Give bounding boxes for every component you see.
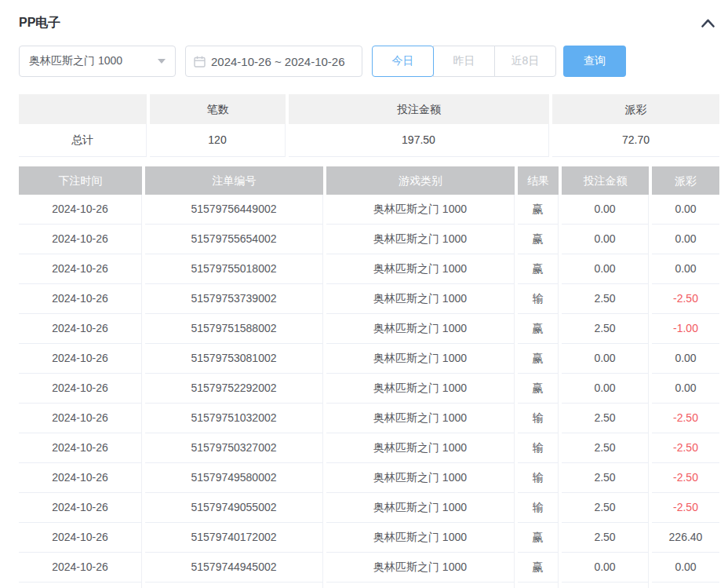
cell-result: 赢: [518, 374, 559, 404]
cell-bet-amount: 0.00: [562, 344, 649, 374]
cell-game-type: 奥林匹斯之门 1000: [326, 374, 515, 404]
cell-result: [518, 583, 559, 588]
cell-bet-amount: 2.50: [562, 284, 649, 314]
cell-payout: -1.00: [652, 314, 719, 344]
cell-bet-amount: 0.00: [562, 254, 649, 284]
cell-payout: 0.00: [652, 553, 719, 583]
cell-bet-amount: 0.00: [562, 225, 649, 254]
cell-game-type: 奥林匹斯之门 1000: [326, 553, 515, 583]
col-header-order-id: 注单编号: [145, 166, 323, 195]
cell-bet-time: 2024-10-26: [19, 314, 142, 344]
table-row: 2024-10-26 51579749580002 奥林匹斯之门 1000 输 …: [19, 463, 719, 493]
date-range-picker[interactable]: 2024-10-26 ~ 2024-10-26: [185, 46, 362, 77]
cell-order-id: 51579749055002: [145, 493, 323, 523]
cell-bet-time: 2024-10-26: [19, 433, 142, 463]
cell-result: 输: [518, 284, 559, 314]
cell-bet-time: 2024-10-26: [19, 195, 142, 225]
cell-order-id: 51579755654002: [145, 225, 323, 254]
cell-order-id: 51579752292002: [145, 374, 323, 404]
cell-bet-amount: 0.00: [562, 374, 649, 404]
cell-payout: 0.00: [652, 374, 719, 404]
table-row: 2024-10-26 51579750327002 奥林匹斯之门 1000 输 …: [19, 433, 719, 463]
cell-bet-time: 2024-10-26: [19, 523, 142, 553]
table-row: 2024-10-26 51579753081002 奥林匹斯之门 1000 赢 …: [19, 344, 719, 374]
col-header-result: 结果: [518, 166, 559, 195]
table-row: 2024-10-26 51579755654002 奥林匹斯之门 1000 赢 …: [19, 225, 719, 254]
cell-order-id: 51579751032002: [145, 404, 323, 433]
cell-result: 赢: [518, 195, 559, 225]
cell-result: 输: [518, 493, 559, 523]
cell-payout: -2.50: [652, 404, 719, 433]
table-row: 2024-10-26 51579755018002 奥林匹斯之门 1000 赢 …: [19, 254, 719, 284]
cell-bet-amount: 0.00: [562, 195, 649, 225]
filter-toolbar: 奥林匹斯之门 1000 2024-10-26 ~ 2024-10-26 今日 昨…: [19, 46, 719, 77]
quick-filter-today[interactable]: 今日: [372, 46, 434, 77]
calendar-icon: [194, 56, 206, 68]
cell-order-id: 51579751588002: [145, 314, 323, 344]
summary-total-bet-amount: 197.50: [289, 124, 549, 157]
records-header-row: 下注时间 注单编号 游戏类别 结果 投注金额 派彩: [19, 166, 719, 195]
cell-game-type: 奥林匹斯之门 1000: [326, 433, 515, 463]
quick-filter-last8days[interactable]: 近8日: [494, 46, 556, 77]
col-header-game-type: 游戏类别: [326, 166, 515, 195]
cell-result: 赢: [518, 254, 559, 284]
cell-bet-amount: 2.50: [562, 314, 649, 344]
cell-bet-time: 2024-10-26: [19, 284, 142, 314]
cell-bet-amount: [562, 583, 649, 588]
records-table-body: 2024-10-26 51579756449002 奥林匹斯之门 1000 赢 …: [19, 195, 719, 583]
cell-game-type: [326, 583, 515, 588]
cell-order-id: 51579740172002: [145, 523, 323, 553]
quick-filter-yesterday[interactable]: 昨日: [433, 46, 495, 77]
summary-total-count: 120: [150, 124, 286, 157]
panel-header: PP电子: [19, 16, 719, 46]
date-range-value: 2024-10-26 ~ 2024-10-26: [211, 55, 345, 68]
chevron-down-icon: [158, 59, 166, 64]
cell-result: 输: [518, 463, 559, 493]
cell-game-type: 奥林匹斯之门 1000: [326, 225, 515, 254]
game-select-value: 奥林匹斯之门 1000: [29, 54, 122, 68]
summary-total-label: 总计: [19, 124, 147, 157]
cell-bet-time: 2024-10-26: [19, 463, 142, 493]
table-row: 2024-10-26 51579753739002 奥林匹斯之门 1000 输 …: [19, 284, 719, 314]
game-select[interactable]: 奥林匹斯之门 1000: [19, 46, 176, 77]
summary-header-row: 笔数 投注金额 派彩: [19, 94, 719, 124]
cell-payout: 0.00: [652, 254, 719, 284]
cell-bet-time: 2024-10-26: [19, 404, 142, 433]
cell-result: 赢: [518, 225, 559, 254]
cell-payout: 0.00: [652, 195, 719, 225]
col-header-bet-time: 下注时间: [19, 166, 142, 195]
cell-payout: -2.50: [652, 433, 719, 463]
table-row: 2024-10-26 51579756449002 奥林匹斯之门 1000 赢 …: [19, 195, 719, 225]
cell-bet-amount: 2.50: [562, 404, 649, 433]
summary-total-payout: 72.70: [552, 124, 719, 157]
cell-bet-time: [19, 583, 142, 588]
summary-total-row: 总计 120 197.50 72.70: [19, 124, 719, 157]
search-button[interactable]: 查询: [563, 46, 626, 77]
cell-payout: -2.50: [652, 284, 719, 314]
cell-payout: -2.50: [652, 463, 719, 493]
cell-bet-amount: 0.00: [562, 553, 649, 583]
cell-game-type: 奥林匹斯之门 1000: [326, 254, 515, 284]
cell-payout: 0.00: [652, 225, 719, 254]
cell-order-id: 51579753081002: [145, 344, 323, 374]
cell-payout: 0.00: [652, 344, 719, 374]
cell-bet-amount: 2.50: [562, 493, 649, 523]
summary-header-payout: 派彩: [552, 94, 719, 124]
collapse-panel-button[interactable]: [699, 16, 716, 30]
cell-game-type: 奥林匹斯之门 1000: [326, 404, 515, 433]
cell-order-id: [145, 583, 323, 588]
summary-table: 笔数 投注金额 派彩 总计 120 197.50 72.70: [19, 94, 719, 157]
cell-game-type: 奥林匹斯之门 1000: [326, 493, 515, 523]
cell-bet-time: 2024-10-26: [19, 225, 142, 254]
cell-payout: -2.50: [652, 493, 719, 523]
cell-game-type: 奥林匹斯之门 1000: [326, 284, 515, 314]
cell-result: 赢: [518, 314, 559, 344]
cell-game-type: 奥林匹斯之门 1000: [326, 195, 515, 225]
cell-bet-amount: 2.50: [562, 463, 649, 493]
partial-next-row: [19, 583, 719, 588]
cell-result: 输: [518, 404, 559, 433]
pp-electronic-panel: PP电子 奥林匹斯之门 1000 2024-10-26 ~ 2024-10-26: [0, 0, 728, 588]
summary-header-bet-amount: 投注金额: [289, 94, 549, 124]
col-header-payout: 派彩: [652, 166, 719, 195]
cell-payout: [652, 583, 719, 588]
